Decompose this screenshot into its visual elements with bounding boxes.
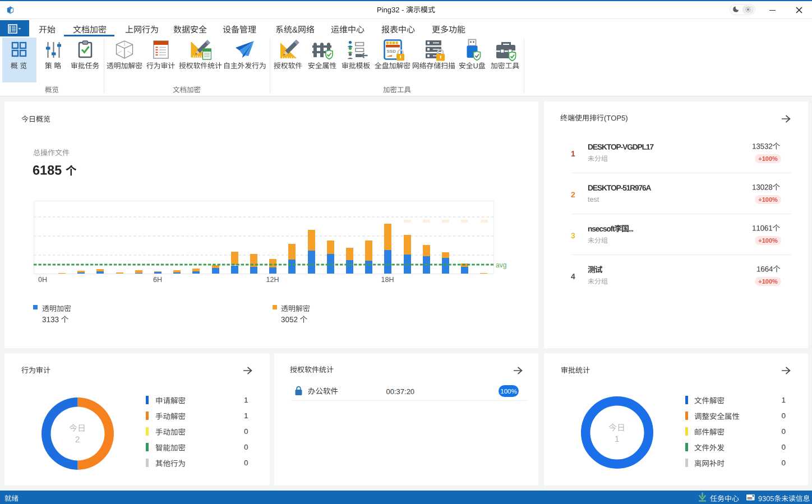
svg-text:SSD: SSD (387, 49, 396, 54)
